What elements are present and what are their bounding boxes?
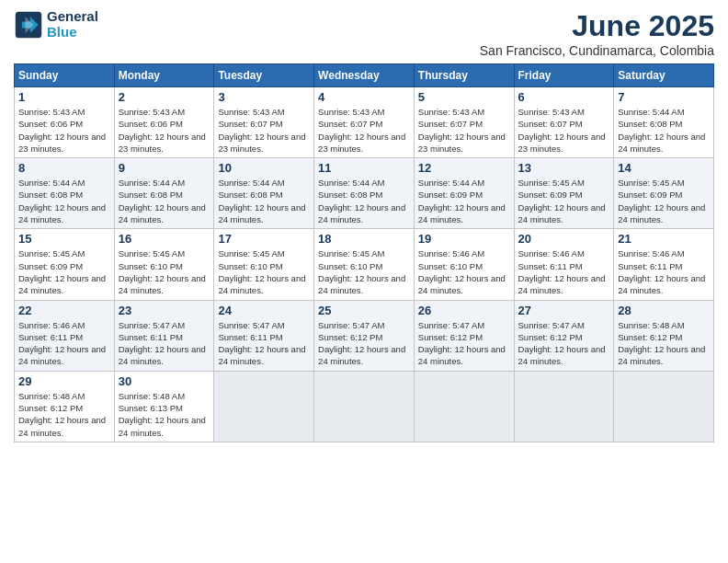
day-info: Sunrise: 5:47 AM Sunset: 6:12 PM Dayligh… (418, 319, 510, 368)
day-info: Sunrise: 5:45 AM Sunset: 6:09 PM Dayligh… (518, 177, 610, 225)
day-info: Sunrise: 5:44 AM Sunset: 6:08 PM Dayligh… (18, 177, 110, 225)
day-info: Sunrise: 5:45 AM Sunset: 6:09 PM Dayligh… (18, 247, 110, 296)
day-number: 26 (418, 304, 510, 317)
day-info: Sunrise: 5:43 AM Sunset: 6:07 PM Dayligh… (518, 106, 610, 155)
location: San Francisco, Cundinamarca, Colombia (480, 43, 714, 58)
empty-cell (214, 371, 314, 442)
table-row: 29 Sunrise: 5:48 AM Sunset: 6:12 PM Dayl… (15, 371, 115, 442)
page: General Blue June 2025 San Francisco, Cu… (0, 0, 728, 563)
day-number: 10 (218, 161, 310, 175)
day-info: Sunrise: 5:47 AM Sunset: 6:11 PM Dayligh… (119, 319, 210, 368)
col-monday: Monday (114, 64, 214, 87)
day-info: Sunrise: 5:45 AM Sunset: 6:10 PM Dayligh… (218, 247, 310, 296)
day-info: Sunrise: 5:44 AM Sunset: 6:08 PM Dayligh… (218, 177, 310, 225)
table-row: 16 Sunrise: 5:45 AM Sunset: 6:10 PM Dayl… (114, 229, 214, 300)
table-row: 9 Sunrise: 5:44 AM Sunset: 6:08 PM Dayli… (114, 158, 214, 229)
day-number: 22 (18, 304, 110, 317)
day-number: 9 (119, 161, 210, 175)
day-number: 28 (618, 304, 710, 317)
calendar-week-row: 1 Sunrise: 5:43 AM Sunset: 6:06 PM Dayli… (15, 87, 714, 158)
day-info: Sunrise: 5:48 AM Sunset: 6:13 PM Dayligh… (119, 390, 210, 439)
table-row: 15 Sunrise: 5:45 AM Sunset: 6:09 PM Dayl… (15, 229, 115, 300)
table-row: 14 Sunrise: 5:45 AM Sunset: 6:09 PM Dayl… (614, 158, 714, 229)
day-number: 5 (418, 90, 510, 104)
day-number: 19 (418, 232, 510, 246)
empty-cell (414, 371, 514, 442)
table-row: 10 Sunrise: 5:44 AM Sunset: 6:08 PM Dayl… (214, 158, 314, 229)
title-block: June 2025 San Francisco, Cundinamarca, C… (480, 9, 714, 58)
empty-cell (614, 371, 714, 442)
day-number: 12 (418, 161, 510, 175)
day-info: Sunrise: 5:47 AM Sunset: 6:12 PM Dayligh… (518, 319, 610, 368)
day-info: Sunrise: 5:44 AM Sunset: 6:08 PM Dayligh… (318, 177, 410, 225)
day-number: 21 (618, 232, 710, 246)
day-number: 7 (618, 90, 710, 104)
table-row: 11 Sunrise: 5:44 AM Sunset: 6:08 PM Dayl… (314, 158, 415, 229)
day-number: 30 (119, 374, 210, 388)
calendar-week-row: 15 Sunrise: 5:45 AM Sunset: 6:09 PM Dayl… (15, 229, 714, 300)
calendar-header-row: Sunday Monday Tuesday Wednesday Thursday… (15, 64, 714, 87)
day-number: 20 (518, 232, 610, 246)
day-info: Sunrise: 5:43 AM Sunset: 6:06 PM Dayligh… (18, 106, 110, 155)
calendar-week-row: 22 Sunrise: 5:46 AM Sunset: 6:11 PM Dayl… (15, 300, 714, 371)
table-row: 20 Sunrise: 5:46 AM Sunset: 6:11 PM Dayl… (514, 229, 614, 300)
col-friday: Friday (514, 64, 614, 87)
day-number: 8 (18, 161, 110, 175)
table-row: 5 Sunrise: 5:43 AM Sunset: 6:07 PM Dayli… (414, 87, 514, 158)
day-number: 15 (18, 232, 110, 246)
day-info: Sunrise: 5:47 AM Sunset: 6:12 PM Dayligh… (318, 319, 410, 368)
table-row: 21 Sunrise: 5:46 AM Sunset: 6:11 PM Dayl… (614, 229, 714, 300)
day-number: 18 (318, 232, 410, 246)
table-row: 30 Sunrise: 5:48 AM Sunset: 6:13 PM Dayl… (114, 371, 214, 442)
day-number: 14 (618, 161, 710, 175)
col-tuesday: Tuesday (214, 64, 314, 87)
day-number: 3 (218, 90, 310, 104)
day-number: 27 (518, 304, 610, 317)
day-info: Sunrise: 5:43 AM Sunset: 6:07 PM Dayligh… (418, 106, 510, 155)
day-info: Sunrise: 5:47 AM Sunset: 6:11 PM Dayligh… (218, 319, 310, 368)
header: General Blue June 2025 San Francisco, Cu… (14, 9, 714, 58)
day-number: 25 (318, 304, 410, 317)
empty-cell (314, 371, 415, 442)
logo-icon (14, 10, 43, 40)
day-info: Sunrise: 5:46 AM Sunset: 6:11 PM Dayligh… (618, 247, 710, 296)
col-saturday: Saturday (614, 64, 714, 87)
logo-text: General Blue (47, 9, 98, 40)
day-info: Sunrise: 5:48 AM Sunset: 6:12 PM Dayligh… (18, 390, 110, 439)
day-number: 24 (218, 304, 310, 317)
table-row: 26 Sunrise: 5:47 AM Sunset: 6:12 PM Dayl… (414, 300, 514, 371)
day-info: Sunrise: 5:45 AM Sunset: 6:10 PM Dayligh… (318, 247, 410, 296)
empty-cell (514, 371, 614, 442)
col-thursday: Thursday (414, 64, 514, 87)
day-info: Sunrise: 5:45 AM Sunset: 6:09 PM Dayligh… (618, 177, 710, 225)
col-wednesday: Wednesday (314, 64, 415, 87)
day-info: Sunrise: 5:44 AM Sunset: 6:09 PM Dayligh… (418, 177, 510, 225)
day-number: 2 (119, 90, 210, 104)
month-year: June 2025 (480, 9, 714, 43)
table-row: 1 Sunrise: 5:43 AM Sunset: 6:06 PM Dayli… (15, 87, 115, 158)
day-info: Sunrise: 5:44 AM Sunset: 6:08 PM Dayligh… (618, 106, 710, 155)
day-number: 16 (119, 232, 210, 246)
day-number: 13 (518, 161, 610, 175)
table-row: 22 Sunrise: 5:46 AM Sunset: 6:11 PM Dayl… (15, 300, 115, 371)
table-row: 23 Sunrise: 5:47 AM Sunset: 6:11 PM Dayl… (114, 300, 214, 371)
day-info: Sunrise: 5:46 AM Sunset: 6:11 PM Dayligh… (18, 319, 110, 368)
day-info: Sunrise: 5:48 AM Sunset: 6:12 PM Dayligh… (618, 319, 710, 368)
day-number: 1 (18, 90, 110, 104)
table-row: 2 Sunrise: 5:43 AM Sunset: 6:06 PM Dayli… (114, 87, 214, 158)
table-row: 13 Sunrise: 5:45 AM Sunset: 6:09 PM Dayl… (514, 158, 614, 229)
table-row: 27 Sunrise: 5:47 AM Sunset: 6:12 PM Dayl… (514, 300, 614, 371)
day-info: Sunrise: 5:46 AM Sunset: 6:11 PM Dayligh… (518, 247, 610, 296)
table-row: 3 Sunrise: 5:43 AM Sunset: 6:07 PM Dayli… (214, 87, 314, 158)
day-number: 17 (218, 232, 310, 246)
day-info: Sunrise: 5:43 AM Sunset: 6:07 PM Dayligh… (218, 106, 310, 155)
table-row: 4 Sunrise: 5:43 AM Sunset: 6:07 PM Dayli… (314, 87, 415, 158)
table-row: 25 Sunrise: 5:47 AM Sunset: 6:12 PM Dayl… (314, 300, 415, 371)
day-number: 4 (318, 90, 410, 104)
table-row: 18 Sunrise: 5:45 AM Sunset: 6:10 PM Dayl… (314, 229, 415, 300)
table-row: 28 Sunrise: 5:48 AM Sunset: 6:12 PM Dayl… (614, 300, 714, 371)
col-sunday: Sunday (15, 64, 115, 87)
table-row: 19 Sunrise: 5:46 AM Sunset: 6:10 PM Dayl… (414, 229, 514, 300)
day-info: Sunrise: 5:45 AM Sunset: 6:10 PM Dayligh… (119, 247, 210, 296)
day-number: 23 (119, 304, 210, 317)
